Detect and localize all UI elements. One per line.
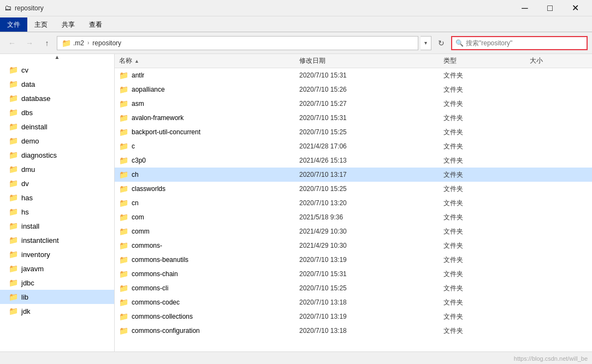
sidebar-scroll-up[interactable]: ▲ [0, 54, 114, 63]
path-part-repository: repository [92, 39, 121, 47]
table-row[interactable]: 📁 ch 2020/7/10 13:17 文件夹 [115, 168, 592, 182]
table-row[interactable]: 📁 com 2021/5/18 9:36 文件夹 [115, 210, 592, 224]
title-bar: 🗂 repository ─ □ ✕ [0, 0, 592, 16]
file-date: 2021/4/28 17:06 [299, 142, 443, 150]
ribbon-tabs: 文件 主页 共享 查看 [0, 16, 592, 32]
sidebar-item-label: data [21, 80, 35, 88]
sidebar-item-label: diagnostics [21, 151, 57, 159]
table-row[interactable]: 📁 c 2021/4/28 17:06 文件夹 [115, 139, 592, 153]
file-date: 2020/7/10 13:20 [299, 199, 443, 207]
file-name-label: antlr [132, 71, 144, 79]
sidebar-item-inventory[interactable]: 📁inventory [0, 247, 114, 261]
tab-home[interactable]: 主页 [27, 17, 55, 32]
file-name-label: classworlds [132, 185, 165, 193]
file-name-label: avalon-framework [132, 114, 183, 122]
maximize-button[interactable]: □ [537, 0, 563, 16]
file-name-label: commons-chain [132, 270, 178, 278]
table-row[interactable]: 📁 commons-collections 2020/7/10 13:19 文件… [115, 309, 592, 324]
minimize-button[interactable]: ─ [512, 0, 537, 16]
file-folder-icon: 📁 [119, 227, 128, 236]
table-row[interactable]: 📁 comm 2021/4/29 10:30 文件夹 [115, 224, 592, 238]
sort-arrow: ▲ [134, 58, 139, 64]
table-row[interactable]: 📁 commons- 2021/4/29 10:30 文件夹 [115, 238, 592, 253]
title-bar-controls: ─ □ ✕ [512, 0, 588, 16]
address-dropdown[interactable]: ▾ [421, 36, 431, 50]
sidebar-item-dv[interactable]: 📁dv [0, 176, 114, 190]
table-row[interactable]: 📁 aopalliance 2020/7/10 15:26 文件夹 [115, 82, 592, 97]
search-input[interactable] [466, 39, 583, 47]
back-button[interactable]: ← [4, 36, 20, 50]
sidebar-item-label: dmu [21, 165, 35, 174]
sidebar-item-hs[interactable]: 📁hs [0, 205, 114, 219]
sidebar-item-cv[interactable]: 📁cv [0, 63, 114, 77]
folder-icon: 📁 [9, 307, 18, 315]
file-folder-icon: 📁 [119, 71, 128, 80]
table-row[interactable]: 📁 asm 2020/7/10 15:27 文件夹 [115, 97, 592, 111]
tab-file[interactable]: 文件 [0, 17, 27, 32]
address-path[interactable]: 📁 .m2 › repository [57, 36, 418, 50]
up-button[interactable]: ↑ [39, 36, 55, 50]
file-folder-icon: 📁 [119, 170, 128, 179]
table-row[interactable]: 📁 commons-configuration 2020/7/10 13:18 … [115, 324, 592, 338]
sidebar-item-jdbc[interactable]: 📁jdbc [0, 276, 114, 290]
file-date: 2021/4/29 10:30 [299, 228, 443, 235]
sidebar-item-dbs[interactable]: 📁dbs [0, 105, 114, 120]
column-type[interactable]: 类型 [443, 56, 530, 65]
table-row[interactable]: 📁 commons-chain 2020/7/10 15:31 文件夹 [115, 267, 592, 281]
column-name[interactable]: 名称 ▲ [119, 56, 299, 65]
tab-share[interactable]: 共享 [55, 17, 82, 32]
refresh-button[interactable]: ↻ [434, 36, 449, 50]
sidebar-item-dmu[interactable]: 📁dmu [0, 162, 114, 176]
sidebar-item-demo[interactable]: 📁demo [0, 134, 114, 148]
folder-icon: 📁 [9, 65, 18, 74]
file-date: 2021/4/29 10:30 [299, 242, 443, 249]
table-row[interactable]: 📁 classworlds 2020/7/10 15:25 文件夹 [115, 182, 592, 196]
file-type: 文件夹 [443, 241, 530, 250]
file-type: 文件夹 [443, 71, 530, 80]
file-name-label: aopalliance [132, 86, 165, 93]
file-name-label: com [132, 213, 144, 221]
table-row[interactable]: 📁 backport-util-concurrent 2020/7/10 15:… [115, 125, 592, 139]
sidebar-item-label: hs [21, 208, 29, 216]
folder-icon: 📁 [9, 207, 18, 216]
status-watermark: https://blog.csdn.net/will_be [514, 355, 588, 362]
sidebar-item-label: dbs [21, 109, 33, 117]
sidebar-item-install[interactable]: 📁install [0, 219, 114, 233]
sidebar-item-instantclient[interactable]: 📁instantclient [0, 233, 114, 247]
file-type: 文件夹 [443, 213, 530, 222]
folder-icon: 📁 [9, 264, 18, 273]
file-rows: 📁 antlr 2020/7/10 15:31 文件夹 📁 aopallianc… [115, 68, 592, 338]
file-date: 2020/7/10 15:25 [299, 284, 443, 292]
file-type: 文件夹 [443, 99, 530, 109]
file-date: 2020/7/10 13:18 [299, 299, 443, 306]
sidebar-item-label: instantclient [21, 236, 59, 244]
tab-view[interactable]: 查看 [82, 17, 109, 32]
column-date[interactable]: 修改日期 [299, 56, 443, 65]
table-row[interactable]: 📁 cn 2020/7/10 13:20 文件夹 [115, 196, 592, 210]
table-row[interactable]: 📁 commons-beanutils 2020/7/10 13:19 文件夹 [115, 253, 592, 267]
folder-icon: 📁 [62, 39, 71, 47]
sidebar-item-lib[interactable]: 📁lib [0, 290, 114, 304]
file-list-container: 名称 ▲ 修改日期 类型 大小 📁 antlr 2020/7/10 15:31 … [115, 54, 592, 351]
close-button[interactable]: ✕ [563, 0, 588, 16]
table-row[interactable]: 📁 c3p0 2021/4/26 15:13 文件夹 [115, 153, 592, 168]
file-type: 文件夹 [443, 199, 530, 208]
file-folder-icon: 📁 [119, 298, 128, 307]
folder-icon: 📁 [9, 165, 18, 174]
table-row[interactable]: 📁 commons-cli 2020/7/10 15:25 文件夹 [115, 281, 592, 295]
table-row[interactable]: 📁 avalon-framework 2020/7/10 15:31 文件夹 [115, 111, 592, 125]
sidebar-item-javavm[interactable]: 📁javavm [0, 261, 114, 276]
sidebar-items: 📁cv📁data📁database📁dbs📁deinstall📁demo📁dia… [0, 63, 114, 318]
sidebar-item-jdk[interactable]: 📁jdk [0, 304, 114, 318]
sidebar-item-data[interactable]: 📁data [0, 77, 114, 91]
table-row[interactable]: 📁 commons-codec 2020/7/10 13:18 文件夹 [115, 295, 592, 309]
column-size[interactable]: 大小 [530, 56, 588, 65]
sidebar-item-deinstall[interactable]: 📁deinstall [0, 120, 114, 134]
sidebar-item-has[interactable]: 📁has [0, 190, 114, 205]
table-row[interactable]: 📁 antlr 2020/7/10 15:31 文件夹 [115, 68, 592, 82]
file-folder-icon: 📁 [119, 128, 128, 136]
forward-button[interactable]: → [22, 36, 37, 50]
file-name-label: ch [132, 171, 139, 178]
sidebar-item-diagnostics[interactable]: 📁diagnostics [0, 148, 114, 162]
sidebar-item-database[interactable]: 📁database [0, 91, 114, 105]
